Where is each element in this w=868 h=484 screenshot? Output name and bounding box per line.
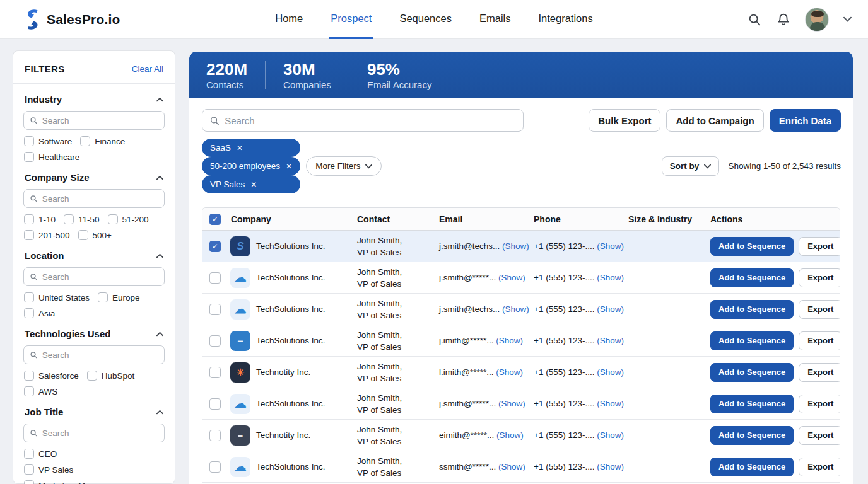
- nav-item-integrations[interactable]: Integrations: [537, 0, 594, 39]
- row-checkbox[interactable]: ✓: [209, 241, 221, 252]
- add-to-sequence-button[interactable]: Add to Sequence: [710, 300, 794, 319]
- filter-option[interactable]: CEO: [24, 449, 164, 459]
- email-show-link[interactable]: (Show): [496, 367, 523, 377]
- account-chevron-down-icon[interactable]: [843, 12, 852, 27]
- filter-section-header[interactable]: Technologies Used: [23, 328, 165, 339]
- checkbox[interactable]: [24, 136, 34, 146]
- notifications-bell-icon[interactable]: [776, 12, 791, 27]
- user-avatar[interactable]: [805, 8, 829, 32]
- chip-remove-icon[interactable]: ✕: [250, 181, 257, 188]
- export-row-button[interactable]: Export: [799, 237, 840, 256]
- add-to-sequence-button[interactable]: Add to Sequence: [710, 363, 794, 382]
- row-checkbox[interactable]: [209, 272, 221, 284]
- filter-option[interactable]: AWS: [24, 386, 57, 396]
- row-checkbox[interactable]: [209, 461, 221, 473]
- add-to-sequence-button[interactable]: Add to Sequence: [710, 331, 794, 350]
- add-to-sequence-button[interactable]: Add to Sequence: [710, 268, 794, 287]
- export-row-button[interactable]: Export: [799, 426, 840, 445]
- checkbox[interactable]: [24, 464, 34, 475]
- checkbox[interactable]: [24, 480, 34, 484]
- checkbox[interactable]: [24, 449, 34, 459]
- row-checkbox[interactable]: [209, 367, 221, 378]
- sort-by-dropdown[interactable]: Sort by: [662, 156, 720, 176]
- chip-remove-icon[interactable]: ✕: [237, 144, 243, 152]
- checkbox[interactable]: [87, 371, 97, 381]
- add-to-sequence-button[interactable]: Add to Sequence: [710, 237, 794, 256]
- filter-chip[interactable]: SaaS✕: [202, 139, 300, 157]
- filter-option[interactable]: 1-10: [24, 214, 56, 224]
- export-row-button[interactable]: Export: [799, 331, 840, 350]
- checkbox[interactable]: [24, 371, 34, 381]
- phone-show-link[interactable]: (Show): [597, 304, 624, 314]
- export-row-button[interactable]: Export: [799, 300, 840, 319]
- clear-all-link[interactable]: Clear All: [132, 64, 163, 74]
- filter-search-input[interactable]: [42, 116, 158, 125]
- export-row-button[interactable]: Export: [799, 458, 840, 476]
- filter-section-header[interactable]: Company Size: [23, 172, 165, 183]
- nav-item-sequences[interactable]: Sequences: [398, 0, 453, 39]
- chip-remove-icon[interactable]: ✕: [286, 163, 292, 170]
- checkbox[interactable]: [24, 152, 34, 162]
- phone-show-link[interactable]: (Show): [597, 430, 624, 440]
- filter-search-input[interactable]: [42, 272, 158, 282]
- filter-chip[interactable]: VP Sales✕: [202, 175, 300, 193]
- row-checkbox[interactable]: [209, 335, 221, 347]
- email-show-link[interactable]: (Show): [498, 462, 525, 471]
- add-to-sequence-button[interactable]: Add to Sequence: [710, 458, 794, 476]
- filter-option[interactable]: HubSpot: [87, 371, 135, 381]
- filter-section-header[interactable]: Location: [23, 250, 165, 261]
- email-show-link[interactable]: (Show): [502, 241, 529, 251]
- brand-logo[interactable]: SalesPro.io: [0, 9, 120, 30]
- filter-search-input[interactable]: [42, 429, 158, 438]
- email-show-link[interactable]: (Show): [496, 430, 524, 440]
- filter-option[interactable]: Salesforce: [24, 371, 79, 381]
- checkbox[interactable]: [64, 214, 74, 224]
- filter-option[interactable]: 201-500: [24, 230, 70, 240]
- nav-item-prospect[interactable]: Prospect: [329, 0, 373, 39]
- bulk-export-button[interactable]: Bulk Export: [589, 109, 660, 132]
- nav-item-home[interactable]: Home: [274, 0, 304, 39]
- row-checkbox[interactable]: [209, 430, 221, 441]
- checkbox[interactable]: [24, 292, 34, 302]
- filter-option[interactable]: 11-50: [64, 214, 100, 224]
- filter-option[interactable]: VP Sales: [24, 464, 164, 475]
- search-icon[interactable]: [747, 12, 762, 27]
- email-show-link[interactable]: (Show): [498, 273, 525, 282]
- filter-option[interactable]: Marketing Manager: [24, 480, 164, 484]
- checkbox[interactable]: [108, 214, 118, 224]
- phone-show-link[interactable]: (Show): [597, 367, 624, 377]
- export-row-button[interactable]: Export: [799, 395, 840, 413]
- enrich-data-button[interactable]: Enrich Data: [770, 109, 841, 132]
- filter-option[interactable]: 51-200: [108, 214, 149, 224]
- nav-item-emails[interactable]: Emails: [478, 0, 512, 39]
- more-filters-button[interactable]: More Filters: [306, 156, 382, 176]
- email-show-link[interactable]: (Show): [496, 336, 523, 345]
- filter-option[interactable]: Healthcare: [24, 152, 79, 162]
- phone-show-link[interactable]: (Show): [597, 336, 624, 345]
- checkbox[interactable]: [80, 136, 90, 146]
- phone-show-link[interactable]: (Show): [597, 241, 624, 251]
- filter-section-header[interactable]: Job Title: [23, 406, 165, 417]
- checkbox[interactable]: [24, 230, 34, 240]
- filter-search-input[interactable]: [42, 194, 158, 204]
- filter-option[interactable]: Finance: [80, 136, 125, 146]
- email-show-link[interactable]: (Show): [498, 399, 525, 408]
- filter-option[interactable]: Europe: [98, 292, 140, 302]
- results-search-input[interactable]: [225, 115, 516, 126]
- email-show-link[interactable]: (Show): [502, 304, 529, 314]
- checkbox[interactable]: [24, 214, 34, 224]
- row-checkbox[interactable]: [209, 304, 221, 315]
- add-to-campaign-button[interactable]: Add to Campaign: [666, 109, 763, 132]
- filter-option[interactable]: Asia: [24, 308, 55, 318]
- filter-search-input[interactable]: [42, 350, 158, 360]
- phone-show-link[interactable]: (Show): [597, 399, 624, 408]
- filter-chip[interactable]: 50-200 employees✕: [202, 157, 300, 175]
- row-checkbox[interactable]: [209, 398, 221, 410]
- phone-show-link[interactable]: (Show): [597, 462, 624, 471]
- filter-option[interactable]: 500+: [78, 230, 112, 240]
- add-to-sequence-button[interactable]: Add to Sequence: [710, 426, 794, 445]
- filter-option[interactable]: United States: [24, 292, 90, 302]
- export-row-button[interactable]: Export: [799, 363, 840, 382]
- filter-option[interactable]: Software: [24, 136, 72, 146]
- select-all-checkbox[interactable]: ✓: [209, 214, 221, 225]
